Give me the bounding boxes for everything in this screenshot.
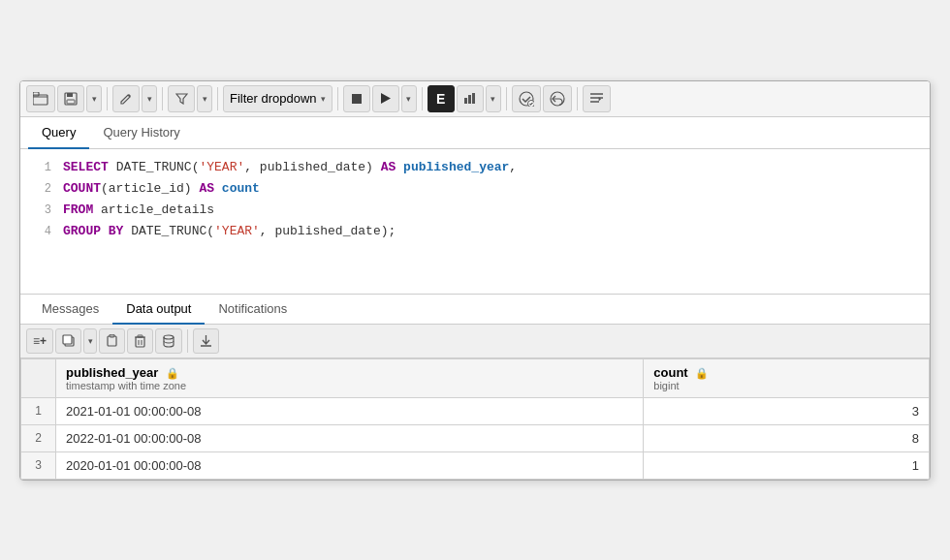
- limit-label: Filter dropdown: [230, 91, 317, 106]
- svg-rect-21: [110, 334, 114, 337]
- commit-btn[interactable]: [512, 85, 541, 112]
- svg-marker-7: [381, 93, 391, 104]
- tab-query[interactable]: Query: [28, 117, 89, 149]
- code-line-4: 4 GROUP BY DATE_TRUNC('YEAR', published_…: [20, 221, 930, 242]
- svg-rect-1: [33, 92, 39, 96]
- result-table: published_year 🔒 timestamp with time zon…: [20, 358, 930, 480]
- col-header-count[interactable]: count 🔒 bigint: [644, 358, 930, 397]
- limit-chevron-icon: ▾: [321, 94, 326, 104]
- open-folder-btn[interactable]: [26, 85, 55, 112]
- sep5: [422, 87, 423, 110]
- cell-published-year-3[interactable]: 2020-01-01 00:00:00-08: [56, 451, 644, 479]
- table-row: 1 2021-01-01 00:00:00-08 3: [21, 397, 930, 424]
- code-editor[interactable]: 1 SELECT DATE_TRUNC('YEAR', published_da…: [20, 149, 930, 295]
- code-line-3: 3 FROM article_details: [20, 200, 930, 221]
- code-line-2: 2 COUNT(article_id) AS count: [20, 178, 930, 200]
- chart-dropdown-btn[interactable]: ▾: [486, 85, 501, 112]
- cell-count-3[interactable]: 1: [644, 451, 930, 479]
- tab-notifications[interactable]: Notifications: [205, 295, 301, 325]
- filter-btn[interactable]: [168, 85, 195, 112]
- main-toolbar: ▾ ▾ ▾ Filter dropdown ▾: [20, 81, 930, 117]
- sep2: [162, 87, 163, 110]
- published-year-lock-icon: 🔒: [166, 367, 179, 379]
- svg-rect-10: [472, 93, 475, 104]
- copy-dropdown-btn[interactable]: ▾: [83, 328, 97, 354]
- sep3: [217, 87, 218, 110]
- count-lock-icon: 🔒: [695, 367, 709, 379]
- svg-rect-3: [67, 93, 73, 97]
- rollback-btn[interactable]: [543, 85, 572, 112]
- result-toolbar: ≡+ ▾: [20, 325, 930, 358]
- code-line-1: 1 SELECT DATE_TRUNC('YEAR', published_da…: [20, 157, 930, 178]
- cell-published-year-1[interactable]: 2021-01-01 00:00:00-08: [56, 397, 644, 424]
- run-btn[interactable]: [372, 85, 399, 112]
- add-row-btn[interactable]: ≡+: [26, 328, 53, 354]
- svg-point-12: [527, 100, 534, 107]
- run-dropdown-btn[interactable]: ▾: [401, 85, 417, 112]
- explain-btn[interactable]: E: [428, 85, 455, 112]
- sep6: [506, 87, 507, 110]
- table-row: 3 2020-01-01 00:00:00-08 1: [21, 451, 930, 479]
- tab-messages[interactable]: Messages: [28, 295, 112, 325]
- filter-dropdown-btn[interactable]: ▾: [197, 85, 212, 112]
- svg-rect-9: [468, 95, 471, 104]
- svg-rect-19: [63, 335, 72, 344]
- delete-btn[interactable]: [127, 328, 153, 354]
- svg-rect-8: [464, 98, 467, 104]
- macro-btn[interactable]: [583, 85, 611, 112]
- sep4: [337, 87, 338, 110]
- row-num-2: 2: [21, 424, 56, 451]
- cell-count-1[interactable]: 3: [644, 397, 930, 424]
- save-btn[interactable]: [57, 85, 84, 112]
- tab-data-output[interactable]: Data output: [112, 295, 205, 325]
- svg-point-27: [164, 335, 174, 339]
- edit-dropdown-btn[interactable]: ▾: [142, 85, 157, 112]
- limit-dropdown[interactable]: Filter dropdown ▾: [223, 85, 332, 112]
- query-tabs: Query Query History: [20, 117, 930, 149]
- col-header-rownum: [21, 358, 56, 397]
- tab-query-history[interactable]: Query History: [89, 117, 193, 149]
- svg-rect-24: [138, 335, 142, 337]
- row-num-1: 1: [21, 397, 56, 424]
- table-header-row: published_year 🔒 timestamp with time zon…: [21, 358, 930, 397]
- download-btn[interactable]: [193, 328, 219, 354]
- sep7: [577, 87, 578, 110]
- result-sep: [187, 329, 188, 353]
- result-tabs: Messages Data output Notifications: [20, 295, 930, 325]
- col-header-published-year[interactable]: published_year 🔒 timestamp with time zon…: [56, 358, 644, 397]
- stop-btn[interactable]: [343, 85, 370, 112]
- svg-rect-6: [352, 94, 362, 104]
- db-btn[interactable]: [155, 328, 182, 354]
- result-table-wrap: published_year 🔒 timestamp with time zon…: [20, 358, 930, 480]
- cell-count-2[interactable]: 8: [644, 424, 930, 451]
- save-dropdown-btn[interactable]: ▾: [86, 85, 102, 112]
- table-row: 2 2022-01-01 00:00:00-08 8: [21, 424, 930, 451]
- cell-published-year-2[interactable]: 2022-01-01 00:00:00-08: [56, 424, 644, 451]
- edit-btn[interactable]: [112, 85, 140, 112]
- row-num-3: 3: [21, 451, 56, 479]
- sep1: [107, 87, 108, 110]
- copy-btn[interactable]: [55, 328, 81, 354]
- svg-rect-4: [67, 100, 75, 104]
- main-window: ▾ ▾ ▾ Filter dropdown ▾: [19, 80, 931, 481]
- chart-btn[interactable]: [457, 85, 484, 112]
- paste-btn[interactable]: [99, 328, 125, 354]
- svg-marker-5: [176, 94, 187, 104]
- svg-rect-22: [136, 337, 144, 347]
